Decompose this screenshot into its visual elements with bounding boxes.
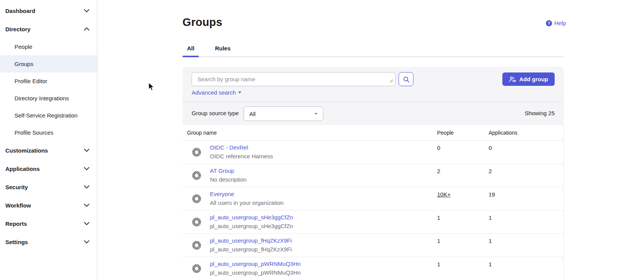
advanced-search-link[interactable]: Advanced search	[192, 89, 241, 96]
search-icon	[403, 76, 410, 83]
sidebar-item-settings[interactable]: Settings	[0, 233, 97, 251]
chevron-down-icon	[84, 9, 89, 12]
sidebar-item-customizations[interactable]: Customizations	[0, 141, 97, 159]
table-row: pl_auto_usergroup_sHe3ggCfZnpl_auto_user…	[182, 211, 563, 234]
showing-count: Showing 25	[525, 110, 555, 116]
add-user-group-icon	[509, 76, 516, 82]
group-icon	[192, 194, 202, 204]
tab-bar: AllRules	[182, 41, 564, 57]
sidebar-item-security[interactable]: Security	[0, 178, 97, 196]
sidebar-item-label: Dashboard	[5, 8, 35, 14]
sidebar-item-applications[interactable]: Applications	[0, 159, 97, 178]
group-name-link[interactable]: Everyone	[210, 191, 234, 197]
sidebar-item-label: Security	[5, 184, 28, 190]
column-header-group-name: Group name	[187, 130, 217, 136]
people-count: 2	[437, 168, 440, 174]
group-description: pl_auto_usergroup_sHe3ggCfZn	[210, 223, 293, 229]
search-row: Add group Advanced search	[182, 67, 564, 102]
sidebar-item-directory-integrations[interactable]: Directory Integrations	[0, 90, 97, 107]
add-group-label: Add group	[519, 76, 548, 82]
group-source-type-label: Group source type	[192, 110, 239, 116]
sidebar-item-people[interactable]: People	[0, 38, 97, 55]
group-name-link[interactable]: pl_auto_usergroup_sHe3ggCfZn	[210, 214, 293, 220]
mouse-cursor	[148, 82, 155, 93]
app-window: DashboardDirectoryPeopleGroupsProfile Ed…	[0, 0, 644, 280]
chevron-up-icon	[84, 27, 89, 31]
sidebar-item-label: Profile Editor	[15, 78, 47, 84]
sidebar-item-directory[interactable]: Directory	[0, 20, 97, 38]
help-link[interactable]: Help	[546, 20, 566, 26]
filter-row: Group source type All Showing 25	[182, 102, 564, 125]
sidebar-item-dashboard[interactable]: Dashboard	[0, 2, 97, 20]
group-icon	[192, 147, 202, 157]
column-header-people: People	[437, 130, 454, 136]
tab-rules[interactable]: Rules	[210, 41, 235, 56]
chevron-down-icon	[84, 222, 89, 225]
sidebar-item-reports[interactable]: Reports	[0, 214, 97, 233]
group-icon	[192, 217, 202, 227]
group-icon	[192, 264, 202, 274]
sidebar-item-label: Profile Sources	[15, 129, 53, 136]
chevron-down-icon	[84, 204, 89, 207]
add-group-button[interactable]: Add group	[502, 72, 555, 86]
people-count: 0	[437, 145, 440, 151]
sidebar-item-label: Reports	[5, 220, 27, 227]
group-description: No description	[210, 176, 247, 183]
group-description: All users in your organization	[210, 200, 284, 206]
sidebar-item-label: Customizations	[5, 147, 48, 154]
group-name-link[interactable]: pl_auto_usergroup_fHqZKzX9Fi	[210, 237, 292, 244]
sidebar-item-workflow[interactable]: Workflow	[0, 196, 97, 214]
table-row: OIDC - DevRelOIDC reference Harness00	[182, 141, 563, 164]
sidebar-item-self-service-registration[interactable]: Self-Service Registration	[0, 107, 97, 124]
help-label: Help	[554, 20, 566, 26]
search-input[interactable]	[192, 72, 395, 86]
chevron-down-icon	[315, 113, 318, 115]
filters-panel-background: Add group Advanced search Group source t…	[182, 67, 564, 125]
applications-count: 1	[489, 238, 492, 244]
applications-count: 1	[489, 261, 492, 267]
applications-count: 2	[489, 168, 492, 174]
sidebar-item-label: Workflow	[5, 202, 31, 209]
people-count[interactable]: 10K+	[437, 191, 450, 198]
sidebar-item-label: Self-Service Registration	[15, 112, 77, 119]
groups-panel: Add group Advanced search Group source t…	[182, 67, 564, 280]
sidebar-item-label: Groups	[15, 61, 33, 67]
people-count: 1	[437, 214, 440, 221]
caret-down-icon	[238, 92, 241, 93]
people-count: 1	[437, 261, 440, 267]
group-description: pl_auto_usergroup_fHqZKzX9Fi	[210, 246, 292, 253]
group-description: OIDC reference Harness	[210, 153, 273, 159]
sidebar-item-label: Directory Integrations	[15, 95, 69, 101]
table-row: pl_auto_usergroup_pWRNMuQ3Hnpl_auto_user…	[182, 257, 563, 280]
advanced-search-label: Advanced search	[192, 89, 236, 96]
sidebar-item-label: Directory	[5, 26, 31, 32]
sidebar-item-label: People	[15, 43, 32, 50]
sidebar: DashboardDirectoryPeopleGroupsProfile Ed…	[0, 0, 97, 280]
groups-table: Group namePeopleApplications OIDC - DevR…	[182, 125, 564, 280]
applications-count: 1	[489, 214, 492, 221]
group-source-type-value: All	[249, 111, 256, 117]
table-header-row: Group namePeopleApplications	[182, 125, 563, 141]
sidebar-item-label: Applications	[5, 166, 40, 172]
group-source-type-select[interactable]: All	[244, 106, 323, 121]
group-description: pl_auto_usergroup_pWRNMuQ3Hn	[210, 269, 301, 276]
applications-count: 19	[489, 191, 495, 198]
table-row: EveryoneAll users in your organization10…	[182, 187, 563, 211]
applications-count: 0	[489, 145, 492, 151]
column-header-applications: Applications	[489, 130, 518, 136]
tab-all[interactable]: All	[182, 41, 199, 56]
sidebar-item-profile-sources[interactable]: Profile Sources	[0, 124, 97, 141]
table-row: AT GroupNo description22	[182, 164, 563, 187]
sidebar-item-groups[interactable]: Groups	[0, 55, 97, 72]
group-icon	[192, 171, 202, 180]
group-name-link[interactable]: OIDC - DevRel	[210, 144, 248, 151]
search-button[interactable]	[399, 72, 413, 86]
chevron-down-icon	[84, 185, 89, 188]
table-row: pl_auto_usergroup_fHqZKzX9Fipl_auto_user…	[182, 234, 563, 257]
group-name-link[interactable]: AT Group	[210, 167, 234, 174]
sidebar-item-label: Settings	[5, 239, 28, 245]
search-field-wrapper	[192, 72, 395, 86]
group-name-link[interactable]: pl_auto_usergroup_pWRNMuQ3Hn	[210, 261, 301, 267]
question-mark-icon	[546, 20, 552, 26]
sidebar-item-profile-editor[interactable]: Profile Editor	[0, 72, 97, 90]
